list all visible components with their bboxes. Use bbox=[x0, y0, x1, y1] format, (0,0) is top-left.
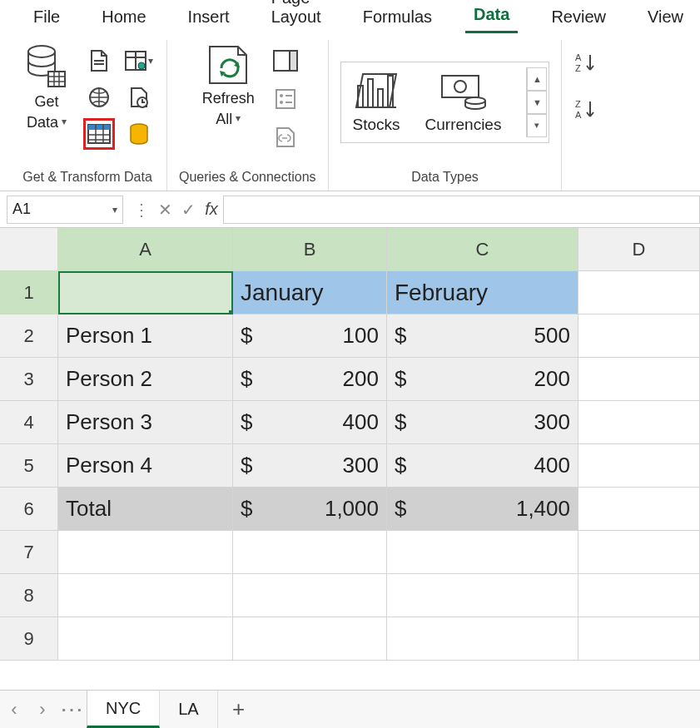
col-header-A[interactable]: A bbox=[58, 228, 233, 271]
cell-C5[interactable]: $400 bbox=[387, 444, 578, 488]
cell-D1[interactable] bbox=[578, 271, 700, 314]
sort-za-button[interactable]: ZA bbox=[573, 98, 597, 121]
cell-A7[interactable] bbox=[58, 531, 233, 574]
cell-D6[interactable] bbox=[578, 488, 700, 531]
cell-A2[interactable]: Person 1 bbox=[58, 314, 233, 358]
cell-C9[interactable] bbox=[387, 617, 578, 661]
col-header-C[interactable]: C bbox=[387, 228, 578, 271]
gallery-up-button[interactable]: ▲ bbox=[527, 67, 547, 91]
sheets-menu-button[interactable]: ⋯ bbox=[60, 696, 83, 723]
cell-D4[interactable] bbox=[578, 401, 700, 444]
from-picture-button[interactable]: ▾ bbox=[123, 45, 155, 77]
sheet-grid[interactable]: A B C D 1 January February 2 Person 1 $1… bbox=[0, 228, 700, 661]
cell-value: 500 bbox=[534, 323, 570, 349]
row-header-8[interactable]: 8 bbox=[0, 574, 58, 617]
cancel-icon[interactable]: ✕ bbox=[153, 196, 176, 224]
col-header-D[interactable]: D bbox=[578, 228, 700, 271]
cell-D3[interactable] bbox=[578, 358, 700, 401]
cell-value: 400 bbox=[534, 453, 570, 478]
sheet-tab-LA[interactable]: LA bbox=[160, 691, 217, 729]
tab-formulas[interactable]: Formulas bbox=[355, 2, 440, 33]
gallery-expand-button[interactable]: ▾ bbox=[527, 114, 547, 137]
enter-icon[interactable]: ✓ bbox=[176, 196, 200, 224]
formula-input[interactable] bbox=[223, 196, 700, 224]
from-table-range-button[interactable] bbox=[83, 118, 115, 150]
cell-B6[interactable]: $1,000 bbox=[233, 488, 387, 531]
svg-point-11 bbox=[138, 62, 145, 69]
cell-D9[interactable] bbox=[578, 617, 700, 661]
data-type-currencies[interactable]: Currencies bbox=[425, 71, 502, 134]
edit-links-button[interactable] bbox=[273, 121, 298, 153]
scroll-sheets-right[interactable]: › bbox=[28, 691, 57, 729]
existing-connections-button[interactable] bbox=[123, 118, 155, 150]
tab-view[interactable]: View bbox=[639, 2, 692, 33]
recent-sources-button[interactable] bbox=[123, 82, 155, 113]
row-header-6[interactable]: 6 bbox=[0, 488, 58, 531]
sort-az-button[interactable]: AZ bbox=[573, 52, 597, 75]
cell-C3[interactable]: $200 bbox=[387, 358, 578, 401]
cell-B7[interactable] bbox=[233, 531, 387, 574]
cell-C1[interactable]: February bbox=[387, 271, 578, 314]
row-header-4[interactable]: 4 bbox=[0, 401, 58, 444]
refresh-all-button[interactable]: Refresh All▾ bbox=[197, 40, 260, 127]
row-header-2[interactable]: 2 bbox=[0, 314, 58, 358]
queries-connections-button[interactable] bbox=[273, 45, 298, 77]
row-header-1[interactable]: 1 bbox=[0, 271, 58, 314]
tab-review[interactable]: Review bbox=[543, 2, 614, 33]
cell-C4[interactable]: $300 bbox=[387, 401, 578, 444]
tab-insert[interactable]: Insert bbox=[180, 2, 238, 33]
select-all-corner[interactable] bbox=[0, 228, 58, 271]
row-header-7[interactable]: 7 bbox=[0, 531, 58, 574]
cell-value: 300 bbox=[343, 453, 379, 478]
cell-C6[interactable]: $1,400 bbox=[387, 488, 578, 531]
cell-D8[interactable] bbox=[578, 574, 700, 617]
chevron-down-icon[interactable]: ▾ bbox=[112, 204, 117, 215]
cell-B8[interactable] bbox=[233, 574, 387, 617]
tab-file[interactable]: File bbox=[25, 2, 68, 33]
cell-B5[interactable]: $300 bbox=[233, 444, 387, 488]
cell-A4[interactable]: Person 3 bbox=[58, 401, 233, 444]
cell-B3[interactable]: $200 bbox=[233, 358, 387, 401]
cell-C7[interactable] bbox=[387, 531, 578, 574]
from-text-csv-button[interactable] bbox=[83, 45, 115, 77]
cell-A5[interactable]: Person 4 bbox=[58, 444, 233, 488]
refresh-all-label-1: Refresh bbox=[202, 90, 255, 107]
cell-D2[interactable] bbox=[578, 314, 700, 358]
cell-A8[interactable] bbox=[58, 574, 233, 617]
add-sheet-button[interactable]: + bbox=[218, 696, 260, 722]
cell-C8[interactable] bbox=[387, 574, 578, 617]
col-header-B[interactable]: B bbox=[233, 228, 387, 271]
svg-rect-23 bbox=[276, 90, 295, 108]
cell-D5[interactable] bbox=[578, 444, 700, 488]
cell-B4[interactable]: $400 bbox=[233, 401, 387, 444]
get-data-button[interactable]: Get Data▾ bbox=[20, 40, 73, 131]
svg-point-34 bbox=[465, 97, 485, 104]
tab-home[interactable]: Home bbox=[93, 2, 154, 33]
name-box-options-icon[interactable]: ⋮ bbox=[130, 196, 153, 224]
cell-A9[interactable] bbox=[58, 617, 233, 661]
cell-B9[interactable] bbox=[233, 617, 387, 661]
cell-value: 100 bbox=[343, 323, 379, 349]
row-header-3[interactable]: 3 bbox=[0, 358, 58, 401]
from-web-button[interactable] bbox=[83, 82, 115, 113]
tab-data[interactable]: Data bbox=[465, 0, 518, 33]
properties-button[interactable] bbox=[273, 83, 298, 115]
sheet-tab-NYC[interactable]: NYC bbox=[87, 690, 160, 728]
tab-page-layout[interactable]: Page Layout bbox=[263, 0, 330, 33]
cell-D7[interactable] bbox=[578, 531, 700, 574]
currencies-icon bbox=[439, 71, 489, 111]
cell-A6[interactable]: Total bbox=[58, 488, 233, 531]
cell-A3[interactable]: Person 2 bbox=[58, 358, 233, 401]
fx-icon[interactable]: fx bbox=[200, 196, 223, 224]
cell-A1[interactable] bbox=[58, 271, 233, 314]
cell-B1[interactable]: January bbox=[233, 271, 387, 314]
scroll-sheets-left[interactable]: ‹ bbox=[0, 691, 28, 729]
data-type-stocks[interactable]: Stocks bbox=[353, 71, 400, 134]
gallery-down-button[interactable]: ▼ bbox=[527, 91, 547, 114]
cell-B2[interactable]: $100 bbox=[233, 314, 387, 358]
row-header-9[interactable]: 9 bbox=[0, 617, 58, 661]
name-box[interactable]: A1 ▾ bbox=[7, 196, 123, 224]
row-header-5[interactable]: 5 bbox=[0, 444, 58, 488]
currencies-label: Currencies bbox=[425, 116, 502, 134]
cell-C2[interactable]: $500 bbox=[387, 314, 578, 358]
